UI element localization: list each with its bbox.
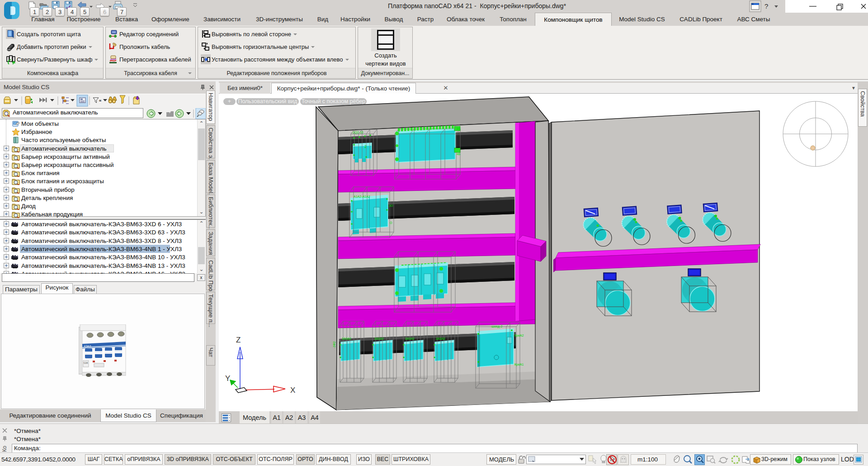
- svg-text:КреА2: КреА2: [514, 334, 524, 338]
- svg-text:Ко: Ко: [1, 446, 8, 452]
- svg-text:О: О: [390, 221, 392, 224]
- svg-text:2: 2: [364, 144, 367, 149]
- svg-text:=: =: [99, 99, 101, 103]
- svg-text:X: X: [290, 386, 295, 395]
- svg-text:?: ?: [764, 2, 768, 10]
- svg-text:-1Q2-10: -1Q2-10: [352, 131, 363, 134]
- svg-text:3А3А2: 3А3А2: [436, 337, 445, 340]
- svg-text:КЭАЗ: КЭАЗ: [84, 345, 91, 347]
- svg-text:3А3А2: 3А3А2: [342, 337, 351, 340]
- svg-text:C16: C16: [84, 361, 88, 364]
- svg-text:Z: Z: [236, 336, 241, 344]
- svg-text:3О: 3О: [389, 204, 393, 207]
- svg-text:КреА1: КреА1: [514, 363, 524, 366]
- svg-text:Y: Y: [225, 374, 230, 383]
- svg-text:-3Ф2: -3Ф2: [333, 341, 336, 348]
- svg-text:8Б: 8Б: [457, 127, 461, 130]
- svg-text:3А3А2: 3А3А2: [374, 337, 384, 340]
- svg-text:3А3А2: 3А3А2: [405, 337, 415, 340]
- svg-text:4Б: 4Б: [457, 152, 461, 156]
- svg-text:А1А2-А1А2: А1А2-А1А2: [354, 195, 370, 198]
- svg-text:-шкюд-2: -шкюд-2: [491, 325, 503, 328]
